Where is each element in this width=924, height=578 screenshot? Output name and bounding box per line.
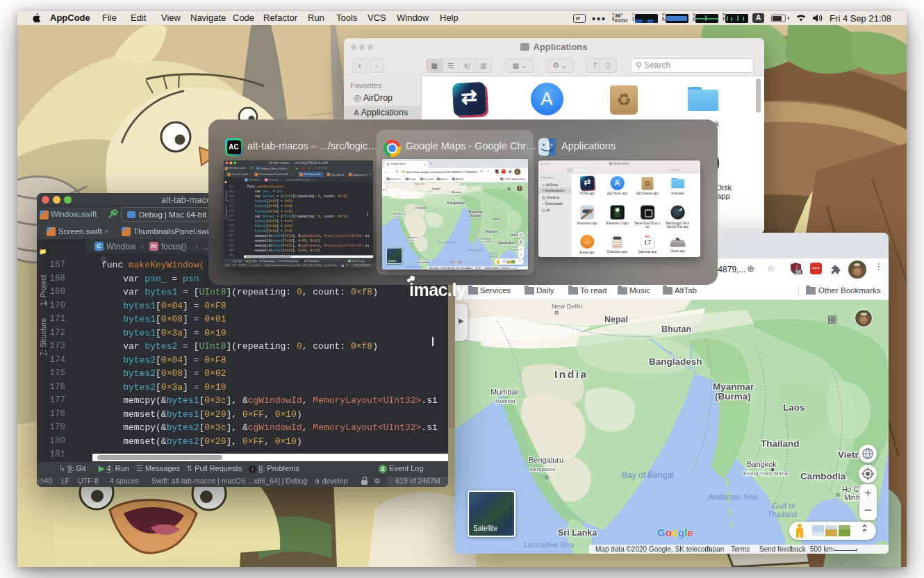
svg-text:Thailand: Thailand: [761, 438, 800, 449]
svg-text:Laccadive Sea: Laccadive Sea: [405, 265, 422, 268]
svg-text:New Delhi: New Delhi: [552, 302, 581, 310]
svg-text:Thailand: Thailand: [768, 510, 797, 518]
svg-text:Laos: Laos: [783, 402, 805, 413]
svg-text:Bhutan: Bhutan: [452, 190, 462, 194]
svg-text:Bengaluru: Bengaluru: [407, 239, 416, 242]
svg-text:Bangladesh: Bangladesh: [447, 201, 465, 205]
svg-text:Bay of Bengal: Bay of Bengal: [622, 470, 674, 480]
svg-text:Krung Thep Maha: Krung Thep Maha: [743, 470, 788, 477]
svg-text:(Burma): (Burma): [715, 391, 751, 402]
svg-text:Thailand: Thailand: [485, 230, 498, 233]
svg-text:Bangkok: Bangkok: [747, 460, 777, 468]
svg-text:Mumbai: Mumbai: [490, 388, 518, 396]
svg-text:Laos: Laos: [493, 217, 500, 221]
svg-text:Bay of Bengal: Bay of Bengal: [438, 240, 456, 244]
svg-text:India: India: [415, 206, 427, 210]
svg-text:Myanmar: Myanmar: [713, 381, 754, 392]
svg-text:Nepal: Nepal: [432, 187, 440, 190]
svg-text:Thailand: Thailand: [487, 255, 497, 258]
svg-text:Bengaluru: Bengaluru: [529, 456, 563, 464]
svg-text:Cambodia: Cambodia: [800, 471, 846, 481]
svg-text:(Burma): (Burma): [470, 214, 482, 217]
svg-text:Bengaluru: Bengaluru: [530, 466, 555, 472]
svg-text:Mumbai: Mumbai: [394, 213, 403, 215]
svg-text:Laccadive Sea: Laccadive Sea: [524, 540, 575, 549]
svg-text:Sri Lanka: Sri Lanka: [558, 528, 597, 538]
svg-text:New Delhi: New Delhi: [415, 183, 425, 185]
svg-text:Mumbai: Mumbai: [495, 398, 515, 404]
svg-text:Sri Lanka: Sri Lanka: [417, 261, 431, 264]
svg-text:Cambodia: Cambodia: [498, 241, 513, 245]
svg-text:Mumbai: Mumbai: [396, 215, 403, 218]
svg-text:Bengaluru: Bengaluru: [407, 236, 419, 239]
svg-text:Andaman Sea: Andaman Sea: [709, 493, 758, 501]
svg-text:Andaman Sea: Andaman Sea: [468, 249, 484, 251]
svg-text:Bangkok: Bangkok: [480, 238, 490, 240]
svg-text:Krung Thep Maha: Krung Thep Maha: [479, 240, 495, 243]
svg-text:India: India: [554, 368, 588, 380]
svg-text:Gulf of: Gulf of: [773, 502, 795, 510]
svg-text:Nepal: Nepal: [604, 315, 628, 324]
svg-text:Bangladesh: Bangladesh: [649, 356, 702, 367]
svg-text:Bhutan: Bhutan: [661, 324, 691, 334]
